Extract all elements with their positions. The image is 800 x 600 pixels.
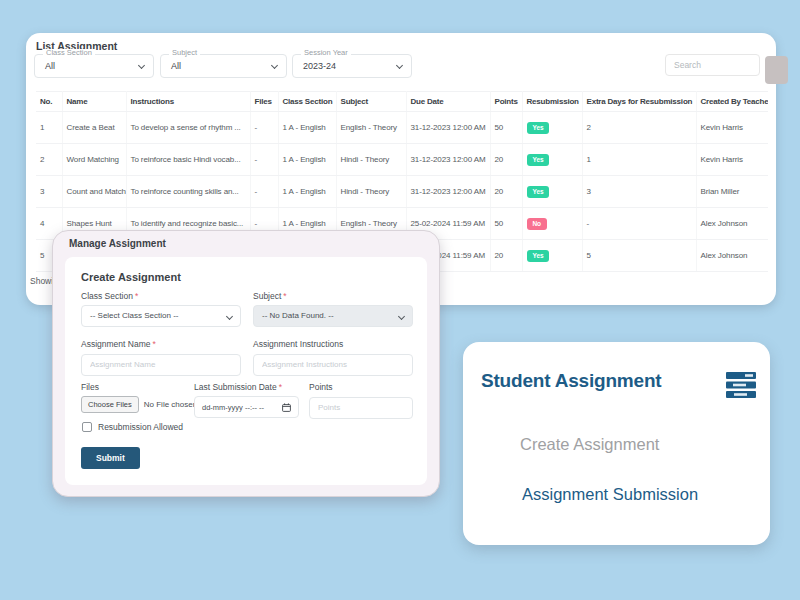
column-header: Class Section [278, 92, 336, 112]
subject-label: Subject* [253, 291, 413, 301]
submit-button[interactable]: Submit [81, 447, 140, 469]
column-header: Created By Teacher [696, 92, 768, 112]
files-label: Files [81, 382, 191, 392]
subject-select[interactable]: -- No Data Found. -- [253, 305, 413, 327]
page-background: List Assignment Class Section All Subjec… [0, 0, 800, 600]
class-section-field: Class Section* -- Select Class Section -… [81, 291, 241, 327]
resubmission-badge: Yes [527, 154, 550, 166]
session-year-filter-value: 2023-24 [293, 55, 411, 77]
manage-panel-title: Manage Assignment [69, 238, 166, 249]
calendar-icon [282, 403, 291, 412]
resubmission-badge: No [527, 218, 547, 230]
assignment-instructions-field: Assignment Instructions [253, 339, 413, 376]
date-placeholder: dd-mm-yyyy --:-- -- [202, 403, 264, 412]
file-status-text: No File chosen [144, 400, 197, 409]
assignment-name-input[interactable] [81, 354, 241, 376]
subject-filter[interactable]: Subject All [160, 54, 287, 78]
column-header: Files [250, 92, 278, 112]
required-mark: * [279, 382, 282, 392]
search-input[interactable] [665, 54, 760, 76]
assignment-instructions-input[interactable] [253, 354, 413, 376]
required-mark: * [152, 339, 155, 349]
session-year-filter-label: Session Year [301, 49, 351, 57]
column-header: Resubmission [522, 92, 582, 112]
class-section-select-value: -- Select Class Section -- [82, 306, 240, 326]
manage-assignment-panel: Manage Assignment Create Assignment Clas… [52, 230, 440, 497]
create-assignment-card: Create Assignment Class Section* -- Sele… [65, 257, 427, 485]
student-assignment-card: Student Assignment Create Assignment Ass… [463, 342, 770, 545]
session-year-filter[interactable]: Session Year 2023-24 [292, 54, 412, 78]
resubmission-badge: Yes [527, 250, 550, 262]
column-header: Instructions [126, 92, 250, 112]
resubmission-badge: Yes [527, 186, 550, 198]
column-header: Name [62, 92, 126, 112]
resubmission-checkbox[interactable] [82, 422, 92, 432]
assignments-table-header: No.NameInstructionsFilesClass SectionSub… [36, 92, 768, 112]
points-field: Points [309, 382, 413, 419]
header-row: No.NameInstructionsFilesClass SectionSub… [36, 92, 768, 112]
class-section-select[interactable]: -- Select Class Section -- [81, 305, 241, 327]
class-section-filter-label: Class Section [43, 49, 95, 57]
subject-field: Subject* -- No Data Found. -- [253, 291, 413, 327]
create-assignment-heading: Create Assignment [81, 271, 181, 283]
table-row: 1 Create a Beat To develop a sense of rh… [36, 112, 768, 144]
files-field: Files Choose Files No File chosen [81, 382, 191, 413]
class-section-label: Class Section* [81, 291, 241, 301]
class-section-filter[interactable]: Class Section All [34, 54, 154, 78]
last-submission-date-field: Last Submission Date* dd-mm-yyyy --:-- -… [194, 382, 299, 418]
menu-button[interactable] [726, 372, 756, 398]
list-menu-icon [726, 372, 756, 398]
subject-select-value: -- No Data Found. -- [254, 306, 412, 326]
student-assignment-title: Student Assignment [481, 370, 661, 392]
points-input[interactable] [309, 397, 413, 419]
required-mark: * [283, 291, 286, 301]
table-row: 2 Word Matching To reinforce basic Hindi… [36, 144, 768, 176]
subject-filter-value: All [161, 55, 286, 77]
column-header: Subject [336, 92, 406, 112]
create-assignment-link[interactable]: Create Assignment [520, 435, 659, 454]
assignment-name-label: Assignment Name* [81, 339, 241, 349]
column-header: No. [36, 92, 62, 112]
resubmission-badge: Yes [527, 122, 550, 134]
date-input[interactable]: dd-mm-yyyy --:-- -- [194, 396, 299, 418]
assignment-submission-link[interactable]: Assignment Submission [522, 485, 698, 504]
scrollbar-thumb[interactable] [765, 56, 788, 84]
points-label: Points [309, 382, 413, 392]
column-header: Points [490, 92, 522, 112]
resubmission-checkbox-label: Resubmission Allowed [98, 422, 183, 432]
class-section-filter-value: All [35, 55, 153, 77]
column-header: Due Date [406, 92, 490, 112]
assignment-name-field: Assignment Name* [81, 339, 241, 376]
assignment-instructions-label: Assignment Instructions [253, 339, 413, 349]
subject-filter-label: Subject [169, 49, 200, 57]
table-row: 3 Count and Match To reinforce counting … [36, 176, 768, 208]
required-mark: * [135, 291, 138, 301]
column-header: Extra Days for Resubmission [582, 92, 696, 112]
last-submission-date-label: Last Submission Date* [194, 382, 299, 392]
choose-files-button[interactable]: Choose Files [81, 396, 139, 413]
